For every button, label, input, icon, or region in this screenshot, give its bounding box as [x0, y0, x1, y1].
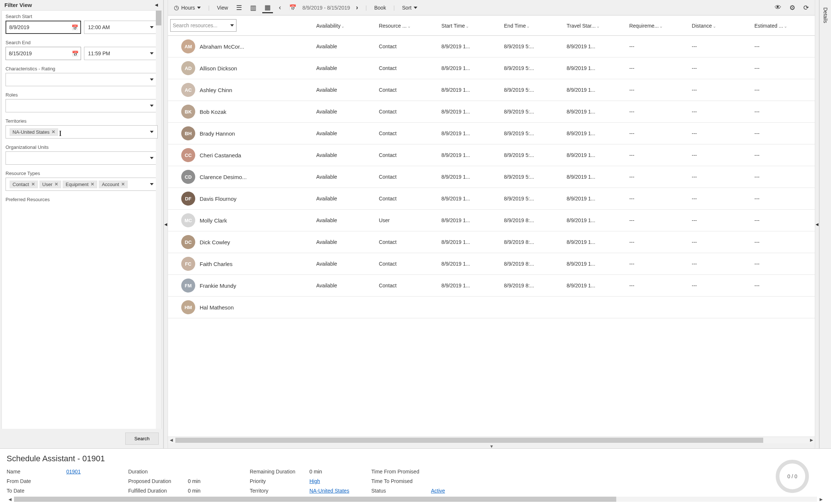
table-row[interactable]: FMFrankie MundyAvailableContact8/9/2019 …	[168, 275, 815, 297]
territory-tag[interactable]: NA-United States✕	[10, 128, 58, 136]
resource-type-tag[interactable]: Contact✕	[10, 181, 38, 188]
avatar: DF	[181, 192, 195, 206]
table-row[interactable]: MCMolly ClarkAvailableUser8/9/2019 1...8…	[168, 210, 815, 231]
resource-name: Dick Cowley	[200, 239, 230, 245]
resource-name: Ashley Chinn	[200, 87, 232, 93]
next-period-icon[interactable]: ›	[354, 2, 360, 13]
resource-name: Hal Matheson	[200, 304, 234, 311]
territories-label: Territories	[6, 118, 158, 124]
table-row[interactable]: BKBob KozakAvailableContact8/9/2019 1...…	[168, 101, 815, 123]
remove-tag-icon[interactable]: ✕	[121, 182, 125, 187]
col-travel-start[interactable]: Travel Star...⌄	[564, 15, 627, 36]
search-start-date-input[interactable]: 8/9/2019	[6, 21, 81, 34]
territories-input[interactable]: NA-United States✕	[6, 125, 158, 139]
chevron-down-icon[interactable]	[150, 183, 154, 185]
avatar: CC	[181, 148, 195, 162]
col-resource-type[interactable]: Resource ...⌄	[376, 15, 439, 36]
search-end-date-input[interactable]: 8/15/2019	[6, 47, 81, 60]
refresh-icon[interactable]: ⟳	[801, 2, 811, 13]
scroll-right-icon[interactable]: ▶	[818, 497, 824, 502]
avatar: FM	[181, 279, 195, 293]
col-end-time[interactable]: End Time⌄	[502, 15, 564, 36]
search-button[interactable]: Search	[125, 433, 159, 445]
scroll-right-icon[interactable]: ▶	[808, 438, 815, 442]
table-row[interactable]: CDClarence Desimo...AvailableContact8/9/…	[168, 166, 815, 188]
splitter-handle[interactable]: ◂	[164, 0, 168, 448]
table-row[interactable]: ACAshley ChinnAvailableContact8/9/2019 1…	[168, 79, 815, 101]
scroll-left-icon[interactable]: ◀	[168, 438, 175, 442]
remove-tag-icon[interactable]: ✕	[31, 182, 35, 187]
col-distance[interactable]: Distance⌄	[690, 15, 752, 36]
table-row[interactable]: HMHal Matheson	[168, 297, 815, 318]
resource-type-tag[interactable]: Account✕	[99, 181, 128, 188]
chevron-down-icon[interactable]	[150, 131, 154, 133]
view-columns-icon[interactable]: ▥	[248, 2, 259, 13]
view-list-icon[interactable]: ☰	[234, 2, 244, 13]
characteristics-input[interactable]	[6, 73, 158, 86]
calendar-icon[interactable]	[72, 50, 78, 56]
resource-types-label: Resource Types	[6, 171, 158, 176]
calendar-icon[interactable]: 📅	[287, 3, 299, 13]
hours-dropdown[interactable]: ◷ Hours	[172, 3, 203, 13]
table-row[interactable]: DFDavis FlournoyAvailableContact8/9/2019…	[168, 188, 815, 210]
resource-name: Abraham McCor...	[200, 43, 244, 50]
preferred-resources-label: Preferred Resources	[6, 197, 158, 202]
search-resources-input[interactable]	[170, 19, 236, 32]
search-end-time-input[interactable]: 11:59 PM	[84, 47, 158, 60]
avatar: DC	[181, 235, 195, 249]
chevron-down-icon[interactable]	[230, 24, 234, 27]
details-panel-collapsed[interactable]: Details	[819, 0, 831, 448]
col-start-time[interactable]: Start Time⌄	[439, 15, 502, 36]
view-grid-icon[interactable]: ▦	[262, 2, 273, 13]
table-row[interactable]: CCCheri CastanedaAvailableContact8/9/201…	[168, 144, 815, 166]
sort-dropdown[interactable]: Sort	[400, 3, 420, 12]
name-link[interactable]: 01901	[66, 469, 81, 475]
resource-types-input[interactable]: Contact✕User✕Equipment✕Account✕	[6, 178, 158, 191]
territory-link[interactable]: NA-United States	[309, 488, 349, 494]
details-splitter[interactable]: ◂	[815, 0, 819, 448]
calendar-icon[interactable]	[71, 24, 77, 30]
chevron-down-icon[interactable]	[150, 26, 154, 28]
col-estimated[interactable]: Estimated ...⌄	[752, 15, 815, 36]
chevron-down-icon[interactable]	[150, 157, 154, 159]
chevron-down-icon[interactable]	[150, 78, 154, 81]
chevron-down-icon[interactable]	[150, 52, 154, 55]
prev-period-icon[interactable]: ‹	[277, 2, 283, 13]
col-requirement[interactable]: Requireme...⌄	[627, 15, 690, 36]
results-hscrollbar[interactable]: ◀ ▶	[168, 437, 815, 443]
org-units-label: Organizational Units	[6, 144, 158, 150]
book-button[interactable]: Book	[372, 3, 388, 12]
clock-icon: ◷	[174, 4, 179, 11]
table-row[interactable]: AMAbraham McCor...AvailableContact8/9/20…	[168, 36, 815, 57]
chevron-left-icon: ◂	[164, 221, 167, 228]
table-row[interactable]: ADAllison DicksonAvailableContact8/9/201…	[168, 57, 815, 79]
resource-type-tag[interactable]: Equipment✕	[63, 181, 97, 188]
priority-link[interactable]: High	[309, 478, 320, 484]
table-row[interactable]: DCDick CowleyAvailableContact8/9/2019 1.…	[168, 231, 815, 253]
table-row[interactable]: FCFaith CharlesAvailableContact8/9/2019 …	[168, 253, 815, 275]
collapse-filter-icon[interactable]: ◂	[154, 1, 159, 8]
roles-input[interactable]	[6, 99, 158, 112]
status-link[interactable]: Active	[431, 488, 445, 494]
col-availability[interactable]: Availability⌄	[314, 15, 377, 36]
collapse-results-icon[interactable]: ▾	[168, 443, 815, 448]
org-units-input[interactable]	[6, 151, 158, 165]
resource-type-tag[interactable]: User✕	[39, 181, 61, 188]
scroll-left-icon[interactable]: ◀	[7, 497, 13, 502]
avatar: FC	[181, 257, 195, 271]
avatar: AD	[181, 61, 195, 75]
bottom-hscrollbar[interactable]: ◀ ▶	[7, 496, 824, 503]
chevron-down-icon	[197, 7, 201, 9]
remove-tag-icon[interactable]: ✕	[91, 182, 94, 187]
eye-icon[interactable]: 👁	[772, 2, 783, 13]
remove-tag-icon[interactable]: ✕	[55, 182, 58, 187]
chevron-down-icon[interactable]	[150, 105, 154, 107]
table-row[interactable]: BHBrady HannonAvailableContact8/9/2019 1…	[168, 123, 815, 144]
toolbar: ◷ Hours | View ☰ ▥ ▦ ‹ 📅 8/9/2019 - 8/15…	[168, 0, 815, 15]
search-start-time-input[interactable]: 12:00 AM	[84, 21, 158, 34]
gear-icon[interactable]: ⚙	[787, 2, 797, 13]
remove-tag-icon[interactable]: ✕	[52, 129, 55, 134]
filter-scrollbar[interactable]	[156, 11, 161, 429]
search-end-label: Search End	[6, 40, 158, 45]
resource-name: Faith Charles	[200, 261, 232, 267]
